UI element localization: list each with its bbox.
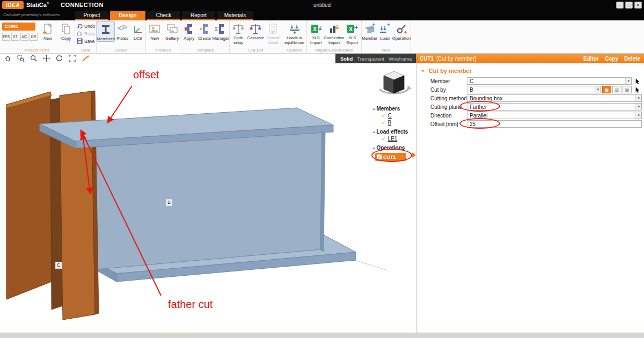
connection-import-button[interactable]: Connection Import [325, 21, 343, 45]
new-operation-icon [395, 22, 408, 36]
tree-operations-header[interactable]: Operations [377, 145, 405, 151]
eps-button[interactable]: EPS [2, 33, 10, 41]
tab-design[interactable]: Design [110, 11, 145, 20]
tree-load-effects-header[interactable]: Load effects [377, 129, 408, 135]
navigation-cube[interactable] [376, 68, 412, 101]
view-mode-transparent[interactable]: Transparent [357, 56, 384, 62]
filter-button[interactable]: ▥ [612, 86, 621, 93]
close-button[interactable]: ✕ [634, 2, 642, 9]
tree-members-header[interactable]: Members [377, 106, 400, 112]
xls-export-button[interactable]: X XLS Export [343, 21, 362, 45]
ribbon: CON1 EPS ST MC DR New [0, 20, 644, 54]
new-load-button[interactable]: Load [377, 21, 392, 41]
check-icon[interactable]: ✓ [382, 136, 386, 142]
calculate-button[interactable]: Calculate [247, 21, 264, 41]
collapse-caret-icon[interactable]: ▴ [373, 130, 375, 134]
direction-dropdown[interactable]: Parallel ▾ [467, 112, 642, 119]
members-labels-button[interactable]: Members [97, 21, 115, 42]
new-project-item-button[interactable]: New [39, 21, 57, 41]
cutting-plane-row: Cutting plane Farther ▾ [416, 102, 644, 111]
code-setup-button[interactable]: Code setup [230, 21, 247, 45]
save-button[interactable]: Save [75, 38, 96, 45]
view-mode-wireframe[interactable]: Wireframe [389, 56, 412, 62]
tree-member-b[interactable]: ✓ B [368, 119, 415, 126]
tree-load-le1[interactable]: ✓ LE1 [368, 135, 415, 142]
minimize-button[interactable]: ─ [616, 2, 624, 9]
paintbrush-icon[interactable] [81, 54, 89, 62]
chevron-down-icon[interactable]: ▾ [635, 95, 641, 101]
apply-template-button[interactable]: Apply [181, 21, 197, 41]
cut-by-pick-button[interactable] [633, 86, 642, 93]
undo-button[interactable]: Undo [75, 23, 96, 30]
column-back-flange[interactable] [6, 92, 52, 299]
member-dropdown[interactable]: C ▾ [467, 77, 632, 85]
zoom-window-icon[interactable] [17, 54, 25, 62]
copy-operation-button[interactable]: Copy [605, 56, 618, 62]
home-view-icon[interactable] [4, 54, 12, 62]
new-member-button[interactable]: Member [362, 21, 377, 41]
view-mode-solid[interactable]: Solid [340, 56, 353, 62]
check-icon[interactable]: ✓ [382, 113, 386, 119]
pan-icon[interactable] [42, 54, 50, 62]
loads-in-equilibrium-button[interactable]: Loads in equilibrium [284, 21, 305, 45]
fullscreen-icon[interactable] [68, 54, 76, 62]
cutting-method-dropdown[interactable]: Bounding box ▾ [467, 94, 642, 102]
viewport-3d[interactable]: offset father cut B C ▴ Members ✓ C ✓ B [0, 63, 416, 333]
delete-operation-button[interactable]: Delete [624, 56, 640, 62]
con1-button[interactable]: CON1 [2, 23, 35, 31]
chevron-down-icon[interactable]: ▾ [635, 112, 641, 119]
lcs-labels-button[interactable]: LCS [130, 21, 146, 41]
section-collapse-caret-icon[interactable]: ▼ [421, 69, 425, 74]
check-icon[interactable]: ✓ [382, 120, 386, 126]
maximize-button[interactable]: □ [625, 2, 633, 9]
cut-by-dropdown[interactable]: B ▾ [467, 86, 601, 93]
new-picture-button[interactable]: New [146, 21, 164, 41]
xls-import-button[interactable]: X XLS Import [307, 21, 325, 45]
checkbox-icon[interactable]: ✓ [377, 155, 382, 159]
orbit-icon[interactable] [55, 54, 63, 62]
tree-member-c[interactable]: ✓ C [368, 112, 415, 119]
new-load-icon [378, 22, 391, 36]
cut1-pointer-icon [412, 152, 416, 158]
plates-labels-button[interactable]: Plates [115, 21, 130, 41]
tree-operation-cut1[interactable]: ✓ CUT1 [375, 153, 406, 161]
chevron-down-icon[interactable]: ▾ [625, 78, 631, 84]
mc-button[interactable]: MC [20, 33, 28, 41]
collapse-caret-icon[interactable]: ▴ [373, 107, 375, 111]
overall-check-button[interactable]: Overall check [265, 21, 282, 45]
properties-header: CUT1 [Cut by member] Editor Copy Delete [416, 54, 644, 63]
list-button[interactable]: ▦ [623, 86, 632, 93]
cutting-plane-label: Cutting plane [430, 104, 467, 110]
manager-template-button[interactable]: Manager [212, 21, 229, 41]
button-label: XLS Import [307, 36, 325, 45]
editor-button[interactable]: Editor [583, 56, 599, 62]
offset-input[interactable]: 25 [467, 120, 642, 128]
tab-check[interactable]: Check [147, 11, 180, 20]
tab-materials[interactable]: Materials [217, 11, 253, 20]
tab-project[interactable]: Project [75, 11, 108, 20]
zoom-icon[interactable] [30, 54, 38, 62]
create-template-button[interactable]: Create [197, 21, 213, 41]
direction-label: Direction [430, 113, 467, 119]
le1-label[interactable]: LE1 [388, 136, 398, 142]
status-bar [0, 333, 644, 338]
member-c-label[interactable]: C [388, 113, 392, 119]
redo-button[interactable]: Redo [75, 30, 96, 38]
copy-project-item-button[interactable]: Copy [57, 21, 75, 41]
new-operation-button[interactable]: Operation [392, 21, 411, 41]
dr-button[interactable]: DR [30, 33, 38, 41]
beam-web[interactable] [86, 131, 322, 270]
tab-report[interactable]: Report [182, 11, 215, 20]
member-b-label[interactable]: B [388, 120, 392, 126]
collapse-caret-icon[interactable]: ▴ [373, 146, 375, 150]
st-button[interactable]: ST [11, 33, 19, 41]
xls-export-icon: X [346, 22, 358, 36]
chevron-down-icon[interactable]: ▾ [635, 104, 641, 110]
plate-edit-button[interactable]: ▦ [602, 86, 611, 93]
cutting-plane-dropdown[interactable]: Farther ▾ [467, 103, 642, 111]
gallery-button[interactable]: Gallery [164, 21, 181, 41]
chevron-down-icon[interactable]: ▾ [595, 86, 601, 93]
member-pick-button[interactable] [633, 77, 642, 85]
3d-scene[interactable] [0, 63, 416, 333]
group-title-cbfem: CBFEM [230, 48, 282, 53]
